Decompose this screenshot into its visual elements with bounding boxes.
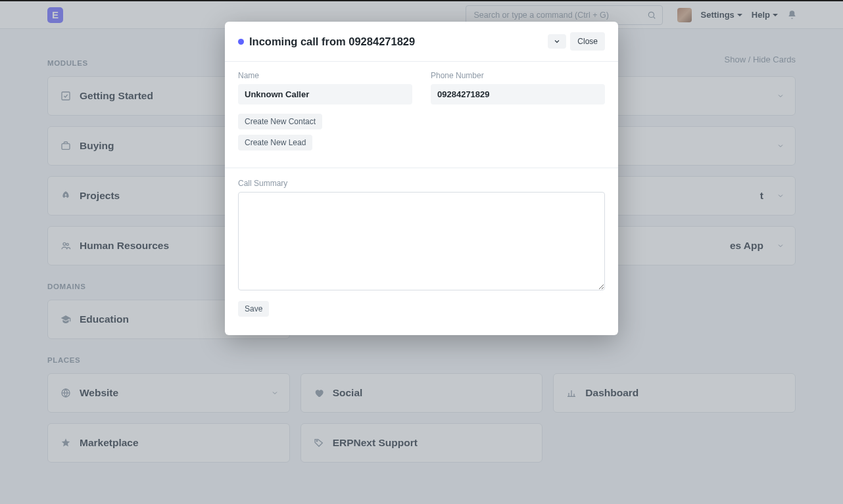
name-label: Name [238,71,412,80]
incoming-call-dialog: Incoming call from 09284271829 Close Nam… [225,22,618,335]
dialog-body: Name Unknown Caller Phone Number 0928427… [225,62,618,335]
summary-label: Call Summary [238,179,605,188]
name-field: Name Unknown Caller [238,71,412,104]
chevron-down-icon [553,37,561,45]
create-contact-button[interactable]: Create New Contact [238,114,322,129]
name-value: Unknown Caller [238,84,412,104]
section-break [225,168,618,168]
collapse-button[interactable] [548,34,566,49]
call-summary-input[interactable] [238,192,605,290]
phone-value: 09284271829 [431,84,605,104]
dialog-header: Incoming call from 09284271829 Close [225,22,618,62]
dialog-title: Incoming call from 09284271829 [249,35,544,48]
phone-field: Phone Number 09284271829 [431,71,605,104]
save-button[interactable]: Save [238,301,269,317]
close-button[interactable]: Close [570,32,605,51]
create-lead-button[interactable]: Create New Lead [238,135,312,150]
phone-label: Phone Number [431,71,605,80]
incoming-indicator-icon [238,39,244,45]
close-label: Close [577,37,598,46]
caller-info-row: Name Unknown Caller Phone Number 0928427… [238,71,605,104]
